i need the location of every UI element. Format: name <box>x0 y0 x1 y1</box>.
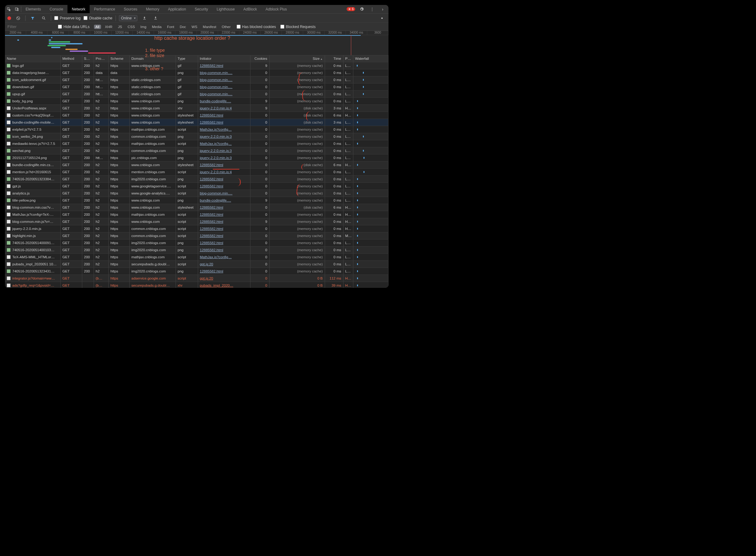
initiator-link[interactable]: 12885582.html <box>200 64 223 68</box>
col-time[interactable]: Time <box>325 56 343 62</box>
initiator-link[interactable]: 12885582.html <box>200 227 223 231</box>
col-method[interactable]: Method <box>60 56 82 62</box>
disable-cache-checkbox[interactable]: Disable cache <box>83 16 112 20</box>
initiator-link[interactable]: jquery-2.2.0.min.js:3 <box>200 149 232 152</box>
upload-har-icon[interactable] <box>141 14 148 22</box>
table-row[interactable]: upup.gifGET200htt…httpsstatic.cnblogs.co… <box>5 90 389 97</box>
table-row[interactable]: bundle-codinglife-mobile…GET200h2httpsww… <box>5 119 389 126</box>
initiator-link[interactable]: jquery-2.2.0.min.js:4 <box>200 106 232 110</box>
table-row[interactable]: 740516-2020051400091…GET200h2httpsimg202… <box>5 239 389 246</box>
throttle-select[interactable]: Online <box>119 15 138 21</box>
initiator-link[interactable]: 12885582.html <box>200 184 223 188</box>
table-row[interactable]: title-yellow.pngGET200h2httpswww.cnblogs… <box>5 197 389 204</box>
tab-sources[interactable]: Sources <box>119 5 142 13</box>
requests-table[interactable]: NameMethodS…Pro…SchemeDomainTypeInitiato… <box>5 56 389 288</box>
table-row[interactable]: analytics.jsGET200h2httpswww.google-anal… <box>5 189 389 197</box>
table-row[interactable]: pubads_impl_2020051 10…GET200h2httpssecu… <box>5 260 389 268</box>
tab-console[interactable]: Console <box>45 5 68 13</box>
hide-data-urls-checkbox[interactable]: Hide data URLs <box>58 25 89 29</box>
col-size[interactable]: Size <box>269 56 325 62</box>
initiator-link[interactable]: jquery-2.2.0.min.js:3 <box>200 135 232 138</box>
close-icon[interactable]: › <box>379 5 387 13</box>
initiator-link[interactable]: gpt.js:20 <box>200 276 213 280</box>
table-row[interactable]: ads?gdfp_req=1&pvsid=…GET(b…httpssecurep… <box>5 282 389 288</box>
gear-icon[interactable] <box>358 5 366 13</box>
initiator-link[interactable]: jquery-2.2.0.min.js:3 <box>200 156 232 160</box>
tab-security[interactable]: Security <box>190 5 212 13</box>
initiator-link[interactable]: MathJax.js?config… <box>200 255 232 259</box>
table-row[interactable]: downdown.gifGET200htt…httpsstatic.cnblog… <box>5 83 389 90</box>
initiator-link[interactable]: blog-common.min.… <box>200 85 232 89</box>
table-row[interactable]: bundle-codinglife.min.cs…GET200h2httpsww… <box>5 161 389 168</box>
initiator-link[interactable]: 12885582.html <box>200 213 223 216</box>
initiator-link[interactable]: blog-common.min.… <box>200 78 232 82</box>
table-row[interactable]: gpt.jsGET200h2httpswww.googletagservice.… <box>5 182 389 189</box>
table-row[interactable]: blog-common.min.css?v…GET200h2httpswww.c… <box>5 204 389 211</box>
type-filter-other[interactable]: Other <box>220 25 232 29</box>
tab-adblock-plus[interactable]: Adblock Plus <box>261 5 291 13</box>
table-row[interactable]: UnderPostNews.aspxGET200h2httpswww.cnblo… <box>5 104 389 111</box>
type-filter-doc[interactable]: Doc <box>178 25 187 29</box>
kebab-icon[interactable]: ⋮ <box>368 5 376 13</box>
col-p[interactable]: P… <box>343 56 353 62</box>
initiator-link[interactable]: 12885582.html <box>200 220 223 223</box>
initiator-link[interactable]: 12885582.html <box>200 248 223 252</box>
col-type[interactable]: Type <box>176 56 198 62</box>
table-row[interactable]: mention.js?id=20160615GET200h2httpsmenti… <box>5 168 389 175</box>
filter-input[interactable] <box>7 24 53 29</box>
table-row[interactable]: jquery-2.2.0.min.jsGET200h2httpscommon.c… <box>5 225 389 232</box>
initiator-link[interactable]: 12885582.html <box>200 234 223 238</box>
col-domain[interactable]: Domain <box>130 56 176 62</box>
type-filter-xhr[interactable]: XHR <box>104 25 114 29</box>
table-row[interactable]: icon_addcomment.gifGET200htt…httpsstatic… <box>5 76 389 83</box>
initiator-link[interactable]: bundle-codinglife.… <box>200 199 231 202</box>
table-row[interactable]: 740516-2020051323384…GET200h2httpsimg202… <box>5 175 389 182</box>
search-icon[interactable] <box>40 14 48 22</box>
inspect-icon[interactable] <box>5 5 13 13</box>
initiator-link[interactable]: 12885582.html <box>200 269 223 273</box>
tab-network[interactable]: Network <box>68 5 89 13</box>
tab-application[interactable]: Application <box>164 5 190 13</box>
col-name[interactable]: Name <box>5 56 60 62</box>
initiator-link[interactable]: 12885582.html <box>200 120 223 124</box>
overview-timeline[interactable]: 2000 ms4000 ms6000 ms8000 ms10000 ms1200… <box>5 31 389 56</box>
blocked-requests-checkbox[interactable]: Blocked Requests <box>280 25 316 29</box>
col-pro[interactable]: Pro… <box>94 56 108 62</box>
type-filter-css[interactable]: CSS <box>126 25 137 29</box>
table-row[interactable]: icon_weibo_24.pngGET200h2httpscommon.cnb… <box>5 133 389 140</box>
col-scheme[interactable]: Scheme <box>108 56 130 62</box>
table-row[interactable]: extpfeil.js?V=2.7.5GET200h2httpsmathjax.… <box>5 126 389 133</box>
initiator-link[interactable]: 12885582.html <box>200 163 223 167</box>
table-row[interactable]: 20151127165124.pngGET200htt…httpspic.cnb… <box>5 154 389 161</box>
initiator-link[interactable]: blog-common.min.… <box>200 192 232 195</box>
type-filter-js[interactable]: JS <box>116 25 123 29</box>
initiator-link[interactable]: 12885582.html <box>200 177 223 181</box>
table-row[interactable]: MathJax.js?config=TeX-…GET200h2httpsmath… <box>5 211 389 218</box>
col-initiator[interactable]: Initiator <box>198 56 250 62</box>
clear-icon[interactable] <box>14 14 22 22</box>
tab-elements[interactable]: Elements <box>21 5 45 13</box>
table-row[interactable]: body_bg.pngGET200h2httpswww.cnblogs.comp… <box>5 97 389 104</box>
initiator-link[interactable]: pubads_impl_2020… <box>200 283 233 287</box>
table-row[interactable]: mediawiki-texvc.js?V=2.7.5GET200h2httpsm… <box>5 140 389 147</box>
type-filter-media[interactable]: Media <box>150 25 163 29</box>
tab-adblock[interactable]: AdBlock <box>239 5 261 13</box>
filter-icon[interactable] <box>29 14 37 22</box>
initiator-link[interactable]: bundle-codinglife.… <box>200 99 231 103</box>
initiator-link[interactable]: MathJax.js?config… <box>200 142 232 145</box>
table-row[interactable]: highlight.min.jsGET200h2httpscommon.cnbl… <box>5 232 389 239</box>
table-row[interactable]: TeX-AMS-MML_HTMLor…GET200h2httpsmathjax.… <box>5 253 389 260</box>
type-filter-manifest[interactable]: Manifest <box>201 25 217 29</box>
download-har-icon[interactable] <box>151 14 159 22</box>
table-row[interactable]: wechat.pngGET200h2httpscommon.cnblogs.co… <box>5 147 389 154</box>
record-button[interactable] <box>7 16 11 20</box>
initiator-link[interactable]: gpt.js:20 <box>200 262 213 266</box>
gear-icon[interactable] <box>378 14 386 22</box>
table-row[interactable]: custom.css?v=kqQ5Iopf…GET200h2httpswww.c… <box>5 111 389 119</box>
tab-memory[interactable]: Memory <box>142 5 164 13</box>
initiator-link[interactable]: 12885582.html <box>200 206 223 209</box>
type-filter-font[interactable]: Font <box>166 25 176 29</box>
table-row[interactable]: 740516-2020051323431…GET200h2httpsimg202… <box>5 268 389 275</box>
type-filter-ws[interactable]: WS <box>190 25 199 29</box>
initiator-link[interactable]: 12885582.html <box>200 241 223 245</box>
